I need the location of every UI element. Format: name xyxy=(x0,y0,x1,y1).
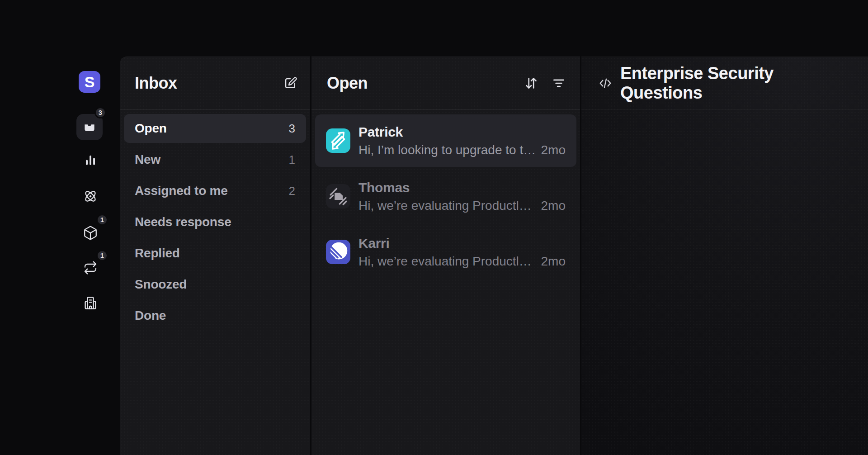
conversation-row-patrick[interactable]: Patrick Hi, I’m looking to upgrade to t…… xyxy=(315,114,576,167)
conversation-name: Karri xyxy=(359,236,566,251)
conversation-preview: Hi, we’re evaluating Productl… xyxy=(359,199,535,213)
sidebar-item-count: 3 xyxy=(289,122,295,136)
sidebar-status-list: Open 3 New 1 Assigned to me 2 Needs resp… xyxy=(120,110,310,337)
app-rail: S 3 xyxy=(0,0,120,455)
sidebar-item-done[interactable]: Done xyxy=(124,301,306,330)
compose-button[interactable] xyxy=(283,76,297,90)
sort-button[interactable] xyxy=(523,75,539,91)
rail-item-automation[interactable] xyxy=(77,183,104,209)
sort-arrows-icon xyxy=(523,75,539,91)
inbox-sidebar-panel: Inbox Open 3 New 1 Assigned to me xyxy=(120,57,310,455)
sidebar-title: Inbox xyxy=(135,74,177,93)
inbox-badge: 3 xyxy=(94,107,106,118)
workflows-badge: 1 xyxy=(96,250,108,261)
conversation-detail-panel: Enterprise Security Questions xyxy=(581,57,868,455)
rail-item-company[interactable] xyxy=(77,290,104,316)
workspace-logo[interactable]: S xyxy=(79,71,100,93)
sidebar-item-new[interactable]: New 1 xyxy=(124,145,306,174)
code-icon xyxy=(598,76,613,91)
conversation-text: Karri Hi, we’re evaluating Productl… 2mo xyxy=(359,236,566,269)
conversation-list-header: Open xyxy=(311,57,580,110)
sidebar-item-needs-response[interactable]: Needs response xyxy=(124,208,306,237)
sidebar-item-count: 1 xyxy=(289,153,295,167)
sidebar-item-label: Replied xyxy=(135,246,180,261)
bar-chart-icon xyxy=(83,153,98,167)
conversation-list-panel: Open xyxy=(311,57,580,455)
dark-stamp-avatar xyxy=(326,184,350,209)
inbox-sidebar-header: Inbox xyxy=(120,57,310,110)
conversation-preview: Hi, we’re evaluating Productl… xyxy=(359,254,535,269)
main-card: Inbox Open 3 New 1 Assigned to me xyxy=(120,57,868,455)
conversation-detail-body xyxy=(581,110,868,455)
filter-button[interactable] xyxy=(551,76,566,91)
repeat-arrows-icon xyxy=(83,261,98,275)
teal-arrows-avatar xyxy=(326,128,350,153)
conversation-title: Enterprise Security Questions xyxy=(620,64,854,103)
sidebar-item-open[interactable]: Open 3 xyxy=(124,114,306,143)
cube-icon xyxy=(83,225,98,241)
sidebar-item-label: Assigned to me xyxy=(135,184,228,198)
conversation-time: 2mo xyxy=(541,143,566,157)
sidebar-item-replied[interactable]: Replied xyxy=(124,239,306,268)
sidebar-item-label: Needs response xyxy=(135,215,231,229)
compose-icon xyxy=(283,76,297,90)
products-badge: 1 xyxy=(96,214,108,226)
conversation-detail-header: Enterprise Security Questions xyxy=(581,57,868,110)
list-title: Open xyxy=(327,74,368,93)
conversation-text: Thomas Hi, we’re evaluating Productl… 2m… xyxy=(359,180,566,213)
sidebar-item-label: Open xyxy=(135,121,167,136)
conversation-name: Patrick xyxy=(359,124,566,140)
building-icon xyxy=(82,295,99,311)
conversation-row-karri[interactable]: Karri Hi, we’re evaluating Productl… 2mo xyxy=(315,226,576,278)
sidebar-item-label: Done xyxy=(135,308,166,323)
sidebar-item-label: Snoozed xyxy=(135,277,187,292)
conversation-preview: Hi, I’m looking to upgrade to t… xyxy=(359,143,535,157)
conversation-name: Thomas xyxy=(359,180,566,195)
indigo-globe-avatar xyxy=(326,240,350,264)
conversation-text: Patrick Hi, I’m looking to upgrade to t…… xyxy=(359,124,566,157)
sidebar-item-count: 2 xyxy=(289,184,295,198)
rail-item-reports[interactable] xyxy=(77,147,104,173)
inbox-tray-icon xyxy=(83,120,96,134)
atom-icon xyxy=(82,188,99,204)
sidebar-item-snoozed[interactable]: Snoozed xyxy=(124,270,306,299)
sidebar-item-label: New xyxy=(135,152,160,167)
conversation-time: 2mo xyxy=(541,254,566,269)
sidebar-item-assigned-to-me[interactable]: Assigned to me 2 xyxy=(124,176,306,205)
conversation-time: 2mo xyxy=(541,199,566,213)
conversation-list: Patrick Hi, I’m looking to upgrade to t…… xyxy=(311,110,580,286)
conversation-row-thomas[interactable]: Thomas Hi, we’re evaluating Productl… 2m… xyxy=(315,170,576,223)
filter-icon xyxy=(551,76,566,91)
